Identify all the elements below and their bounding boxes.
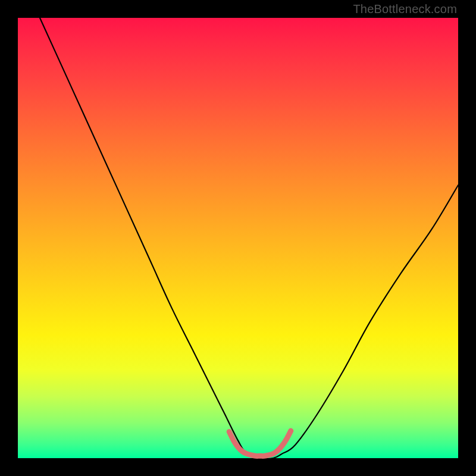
chart-frame: TheBottleneck.com (0, 0, 476, 476)
bottleneck-flat-segment (229, 431, 291, 456)
chart-svg (18, 18, 458, 458)
bottleneck-curve (40, 18, 458, 459)
watermark-label: TheBottleneck.com (353, 2, 457, 16)
chart-plot-area (18, 18, 458, 458)
